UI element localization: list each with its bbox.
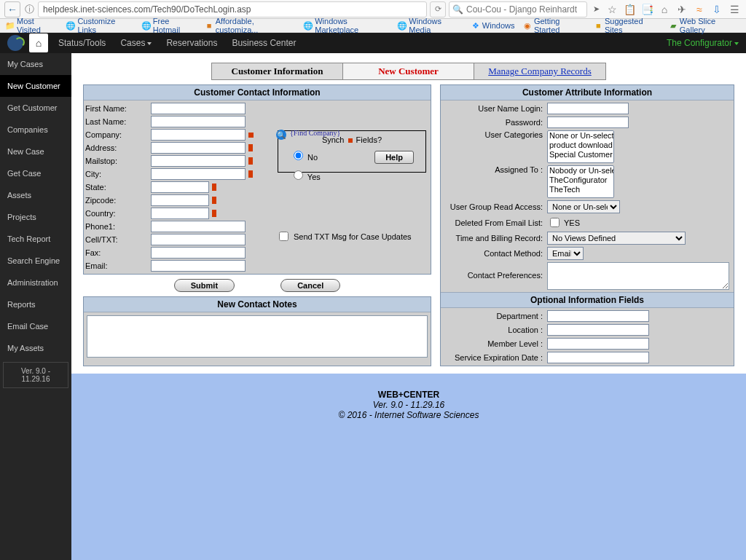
sidebar: My Cases New Customer Get Customer Compa… — [0, 53, 71, 560]
checkbox-send-txt[interactable] — [279, 232, 288, 241]
nav-business-center[interactable]: Business Center — [227, 38, 300, 48]
label-categories: User Categories — [445, 130, 547, 139]
pocket-icon[interactable]: 📑 — [640, 2, 654, 17]
bookmark-affordable[interactable]: ■Affordable, customiza... — [205, 17, 295, 34]
sidebar-item-get-customer[interactable]: Get Customer — [0, 97, 71, 119]
sync-marker-icon — [212, 184, 216, 191]
sidebar-item-administration[interactable]: Administration — [0, 272, 71, 293]
bookmark-getting-started[interactable]: ◉Getting Started — [523, 17, 585, 34]
clipboard-icon[interactable]: 📋 — [622, 2, 637, 17]
input-department[interactable] — [547, 310, 649, 322]
input-address[interactable] — [151, 142, 246, 154]
user-menu[interactable]: The Configurator — [667, 38, 739, 48]
home-icon[interactable]: ⌂ — [657, 2, 672, 17]
url-bar[interactable]: helpdesk.inet-sciences.com/Tech90/DoTech… — [38, 1, 427, 17]
radio-yes[interactable] — [294, 170, 303, 180]
sidebar-item-email-case[interactable]: Email Case — [0, 315, 71, 337]
find-company-icon[interactable]: 🔍 — [276, 130, 286, 140]
input-member-level[interactable] — [547, 338, 649, 350]
tab-new-customer[interactable]: New Customer — [343, 63, 474, 79]
help-button[interactable]: Help — [374, 151, 414, 164]
label-phone1: Phone1: — [85, 222, 151, 231]
select-group[interactable]: None or Un-select — [547, 200, 620, 213]
bookmark-media[interactable]: 🌐Windows Media — [398, 17, 463, 34]
radio-no[interactable] — [294, 151, 303, 160]
bookmark-hotmail[interactable]: 🌐Free Hotmail — [142, 17, 196, 34]
sidebar-item-my-assets[interactable]: My Assets — [0, 337, 71, 359]
sync-marker-icon — [248, 144, 253, 151]
sidebar-item-reports[interactable]: Reports — [0, 293, 71, 315]
menu-icon[interactable]: ☰ — [727, 2, 742, 17]
sync-marker-icon — [212, 210, 216, 217]
go-icon[interactable]: ➤ — [590, 4, 602, 15]
sidebar-item-search-engine[interactable]: Search Engine — [0, 250, 71, 272]
send-icon[interactable]: ✈ — [675, 2, 689, 17]
input-email[interactable] — [151, 260, 246, 272]
label-address: Address: — [85, 143, 151, 152]
label-member-level: Member Level : — [445, 339, 547, 348]
input-state[interactable] — [151, 181, 209, 193]
sidebar-item-projects[interactable]: Projects — [0, 206, 71, 228]
label-prefs: Contact Preferences: — [445, 262, 547, 280]
bookmark-webslice[interactable]: ▰Web Slice Gallery — [669, 17, 740, 34]
submit-button[interactable]: Submit — [174, 279, 235, 292]
input-first-name[interactable] — [151, 103, 246, 114]
sidebar-item-assets[interactable]: Assets — [0, 184, 71, 206]
input-password[interactable] — [547, 117, 629, 128]
input-fax[interactable] — [151, 247, 246, 259]
select-assigned[interactable]: Nobody or Un-select TheConfigurator TheT… — [547, 165, 614, 198]
input-expiration[interactable] — [547, 352, 649, 363]
bookmark-marketplace[interactable]: 🌐Windows Marketplace — [304, 17, 389, 34]
reload-icon[interactable]: ⟳ — [430, 1, 446, 17]
bookmark-star-icon[interactable]: ☆ — [605, 2, 619, 17]
bookmark-windows[interactable]: ❖Windows — [471, 21, 515, 30]
sidebar-item-my-cases[interactable]: My Cases — [0, 53, 71, 75]
input-location[interactable] — [547, 324, 649, 336]
input-last-name[interactable] — [151, 116, 246, 127]
input-company[interactable] — [151, 129, 246, 141]
label-billing: Time and Billing Record: — [445, 234, 547, 242]
select-billing[interactable]: No Views Defined — [547, 232, 686, 245]
send-txt-row[interactable]: Send TXT Msg for Case Updates — [276, 229, 428, 243]
down-arrow-icon[interactable]: ⇩ — [710, 2, 724, 17]
sidebar-item-companies[interactable]: Companies — [0, 119, 71, 141]
input-country[interactable] — [151, 208, 209, 219]
sidebar-item-get-case[interactable]: Get Case — [0, 162, 71, 184]
input-phone1[interactable] — [151, 221, 246, 232]
input-zipcode[interactable] — [151, 194, 209, 206]
browser-search[interactable]: 🔍 Cou-Cou - Django Reinhardt — [449, 1, 587, 17]
label-celltxt: Cell/TXT: — [85, 235, 151, 244]
nav-cases[interactable]: Cases — [116, 38, 156, 48]
select-contact-method[interactable]: Email — [547, 247, 584, 260]
bookmark-customize[interactable]: 🌐Customize Links — [66, 17, 133, 34]
sidebar-item-new-case[interactable]: New Case — [0, 141, 71, 162]
notes-panel: New Contact Notes — [83, 296, 431, 366]
tab-manage-company-records[interactable]: Manage Company Records — [474, 63, 605, 79]
sidebar-item-tech-report[interactable]: Tech Report — [0, 228, 71, 250]
label-fax: Fax: — [85, 248, 151, 257]
input-celltxt[interactable] — [151, 234, 246, 245]
nav-status-tools[interactable]: Status/Tools — [54, 38, 110, 48]
input-login[interactable] — [547, 103, 629, 114]
cancel-button[interactable]: Cancel — [280, 279, 340, 292]
back-button[interactable]: ← — [4, 1, 20, 17]
bookmark-most-visited[interactable]: 📁Most Visited — [6, 17, 58, 34]
checkbox-deleted[interactable] — [550, 218, 560, 227]
feed-icon[interactable]: ≈ — [692, 2, 707, 17]
bookmark-suggested[interactable]: ■Suggested Sites — [594, 17, 660, 34]
tab-customer-information[interactable]: Customer Information — [212, 63, 343, 79]
site-icon: ■ — [205, 21, 213, 30]
input-city[interactable] — [151, 168, 246, 180]
footer-app-name: WEB+CENTER — [378, 390, 439, 400]
input-mailstop[interactable] — [151, 155, 246, 167]
textarea-prefs[interactable] — [547, 262, 729, 290]
sidebar-item-new-customer[interactable]: New Customer — [0, 75, 71, 97]
site-info-icon[interactable]: ⓘ — [23, 4, 35, 15]
windows-icon: ❖ — [471, 21, 480, 30]
required-marker-icon — [348, 138, 353, 143]
home-button[interactable]: ⌂ — [29, 33, 48, 52]
nav-reservations[interactable]: Reservations — [162, 38, 221, 48]
select-categories[interactable]: None or Un-select product download Speci… — [547, 130, 614, 163]
notes-textarea[interactable] — [87, 315, 428, 358]
label-city: City: — [85, 170, 151, 178]
